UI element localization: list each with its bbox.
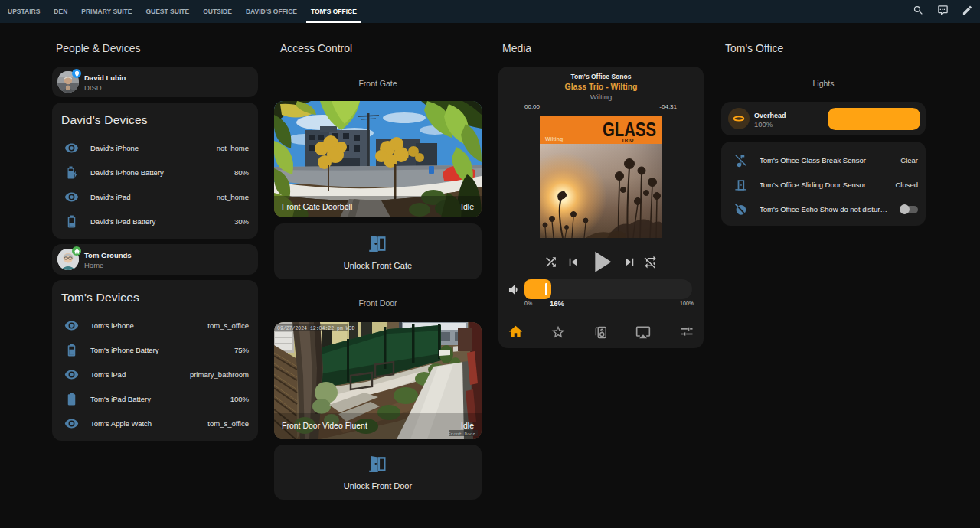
svg-text:09/27/2024 12:04:22 pm W3D: 09/27/2024 12:04:22 pm W3D	[277, 326, 355, 331]
svg-text:Idle: Idle	[461, 202, 474, 211]
svg-text:Front Door Video Fluent: Front Door Video Fluent	[282, 421, 368, 430]
svg-text:Front Door: Front Door	[448, 432, 475, 437]
svg-text:Front Gate Doorbell: Front Gate Doorbell	[282, 202, 352, 211]
svg-text:Idle: Idle	[461, 421, 474, 430]
svg-text:Wilting: Wilting	[545, 136, 563, 142]
svg-text:TRIO: TRIO	[622, 138, 634, 142]
